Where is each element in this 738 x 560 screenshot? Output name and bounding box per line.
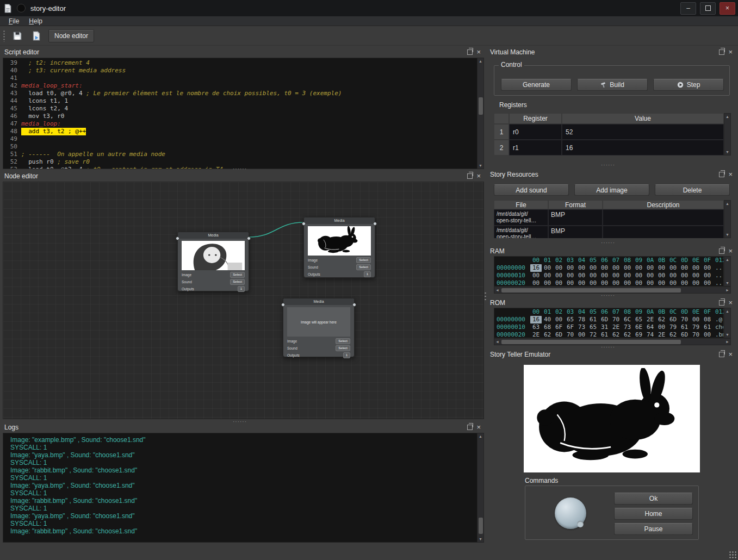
- close-panel-icon[interactable]: ×: [476, 425, 481, 430]
- close-panel-icon[interactable]: ×: [728, 172, 733, 177]
- hex-byte[interactable]: 16: [530, 264, 542, 272]
- scroll-thumb[interactable]: [501, 340, 681, 344]
- scroll-down-arrow[interactable]: ▼: [724, 332, 730, 338]
- hex-byte[interactable]: 00: [702, 272, 713, 279]
- hex-byte[interactable]: 6D: [599, 316, 610, 323]
- scroll-up-arrow[interactable]: ▲: [724, 201, 730, 207]
- hex-byte[interactable]: 00: [679, 272, 690, 279]
- hex-byte[interactable]: 73: [622, 323, 633, 331]
- registers-scrollbar[interactable]: ▲ ▼: [724, 113, 731, 155]
- hex-byte[interactable]: 00: [599, 279, 610, 287]
- resource-file-cell[interactable]: /mnt/data/git/open-story-tell…: [494, 226, 548, 238]
- hex-byte[interactable]: 00: [553, 272, 565, 279]
- hex-byte[interactable]: 00: [633, 272, 644, 279]
- hex-byte[interactable]: 40: [542, 316, 553, 323]
- scroll-down-arrow[interactable]: ▼: [724, 232, 730, 238]
- splitter-handle[interactable]: ······: [601, 241, 615, 245]
- hex-byte[interactable]: 00: [610, 279, 622, 287]
- close-panel-icon[interactable]: ×: [728, 248, 733, 254]
- hex-byte[interactable]: 61: [599, 331, 610, 338]
- scroll-up-arrow[interactable]: ▲: [477, 58, 483, 64]
- input-port[interactable]: [302, 222, 306, 226]
- resource-format-cell[interactable]: BMP: [548, 209, 603, 226]
- scroll-up-arrow[interactable]: ▲: [724, 308, 730, 314]
- hex-byte[interactable]: 31: [599, 323, 610, 331]
- hex-byte[interactable]: 08: [702, 316, 713, 323]
- scroll-down-arrow[interactable]: ▼: [477, 163, 483, 169]
- logs-scrollbar[interactable]: ▲ ▼: [477, 433, 484, 543]
- graph-node-empty[interactable]: MediaImage will appear hereImageSelectSo…: [283, 298, 355, 357]
- hex-byte[interactable]: 2E: [610, 323, 622, 331]
- hex-byte[interactable]: 00: [553, 264, 565, 272]
- hex-byte[interactable]: 00: [644, 279, 656, 287]
- hex-byte[interactable]: 00: [599, 272, 610, 279]
- maximize-button[interactable]: [700, 2, 716, 15]
- hex-byte[interactable]: 79: [667, 323, 679, 331]
- float-panel-icon[interactable]: [467, 425, 473, 430]
- rotary-knob[interactable]: [555, 497, 586, 529]
- scroll-thumb[interactable]: [479, 518, 483, 534]
- ram-vertical-scrollbar[interactable]: ▲ ▼: [724, 256, 731, 287]
- output-port[interactable]: [352, 303, 356, 307]
- hex-byte[interactable]: 00: [565, 272, 576, 279]
- hex-byte[interactable]: 00: [576, 279, 587, 287]
- step-button[interactable]: Step: [653, 79, 724, 91]
- float-panel-icon[interactable]: [719, 172, 724, 177]
- hex-byte[interactable]: 72: [587, 331, 599, 338]
- input-port[interactable]: [176, 237, 179, 240]
- build-button[interactable]: Build: [577, 79, 648, 91]
- scroll-up-arrow[interactable]: ▲: [724, 257, 730, 263]
- close-panel-icon[interactable]: ×: [728, 352, 733, 357]
- hex-byte[interactable]: 00: [530, 272, 542, 279]
- splitter-handle[interactable]: ······: [601, 164, 615, 167]
- hex-byte[interactable]: 65: [565, 316, 576, 323]
- hex-byte[interactable]: 6D: [553, 331, 565, 338]
- close-panel-icon[interactable]: ×: [728, 49, 733, 55]
- close-panel-icon[interactable]: ×: [476, 49, 481, 55]
- hex-byte[interactable]: 00: [667, 272, 679, 279]
- scroll-right-arrow[interactable]: ►: [724, 339, 730, 345]
- hex-byte[interactable]: 61: [679, 323, 690, 331]
- hex-byte[interactable]: 00: [690, 279, 702, 287]
- node-editor-toggle-button[interactable]: Node editor: [48, 29, 94, 42]
- hex-byte[interactable]: 00: [679, 279, 690, 287]
- script-editor-scrollbar[interactable]: ▲ ▼: [477, 58, 484, 169]
- hex-byte[interactable]: 00: [656, 323, 667, 331]
- hex-byte[interactable]: 00: [553, 316, 565, 323]
- scroll-right-arrow[interactable]: ►: [724, 287, 730, 293]
- hex-byte[interactable]: 74: [644, 331, 656, 338]
- minimize-button[interactable]: –: [680, 2, 696, 15]
- hex-byte[interactable]: 70: [690, 331, 702, 338]
- hex-byte[interactable]: 00: [702, 264, 713, 272]
- hex-byte[interactable]: 00: [690, 316, 702, 323]
- float-panel-icon[interactable]: [467, 49, 473, 55]
- hex-byte[interactable]: 69: [633, 331, 644, 338]
- select-button[interactable]: Select: [336, 345, 350, 351]
- hex-byte[interactable]: 00: [690, 272, 702, 279]
- hex-byte[interactable]: 00: [633, 264, 644, 272]
- splitter-handle[interactable]: ······: [233, 167, 247, 171]
- register-name-cell[interactable]: r0: [509, 124, 562, 140]
- hex-byte[interactable]: 70: [565, 331, 576, 338]
- select-button[interactable]: Select: [356, 264, 371, 270]
- hex-byte[interactable]: 00: [576, 272, 587, 279]
- hex-byte[interactable]: 00: [622, 264, 633, 272]
- hex-byte[interactable]: 00: [679, 264, 690, 272]
- scroll-down-arrow[interactable]: ▼: [477, 536, 483, 542]
- add-sound-button[interactable]: Add sound: [494, 184, 569, 196]
- hex-byte[interactable]: 00: [644, 264, 656, 272]
- pause-button[interactable]: Pause: [614, 523, 693, 535]
- hex-byte[interactable]: 6F: [565, 323, 576, 331]
- scroll-left-arrow[interactable]: ◄: [494, 287, 500, 293]
- hex-byte[interactable]: 00: [610, 264, 622, 272]
- export-button[interactable]: [29, 29, 44, 43]
- resource-description-cell[interactable]: [603, 226, 724, 238]
- hex-byte[interactable]: 65: [587, 323, 599, 331]
- hex-byte[interactable]: 00: [542, 264, 553, 272]
- hex-byte[interactable]: 00: [622, 272, 633, 279]
- register-value-cell[interactable]: 52: [562, 124, 724, 140]
- scroll-down-arrow[interactable]: ▼: [724, 149, 730, 155]
- select-button[interactable]: Select: [356, 257, 371, 263]
- hex-byte[interactable]: 6F: [553, 323, 565, 331]
- close-panel-icon[interactable]: ×: [476, 173, 481, 179]
